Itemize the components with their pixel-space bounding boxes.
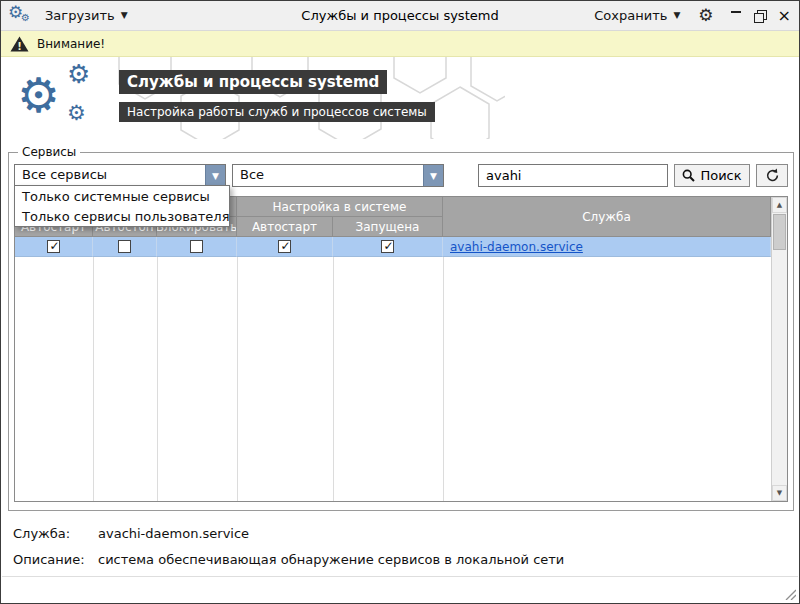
services-legend: Сервисы (18, 145, 80, 159)
app-logo-gears-icon: ⚙⚙⚙ (15, 61, 119, 137)
search-button-label: Поиск (700, 168, 741, 183)
autostart-checkbox[interactable] (47, 240, 60, 253)
window-controls: × (730, 10, 791, 22)
service-detail-value: avachi-daemon.service (98, 526, 249, 541)
autostop-checkbox[interactable] (118, 240, 131, 253)
hero-header: ⚙⚙⚙ Службы и процессы systemd Настройка … (1, 57, 799, 139)
chevron-down-icon: ▼ (673, 11, 680, 20)
table-row-cell-running (333, 237, 443, 257)
hero-title: Службы и процессы systemd (119, 70, 387, 94)
load-menu-button[interactable]: Загрузить ▼ (39, 4, 134, 27)
app-gears-icon: ⚙⚙ (9, 4, 35, 28)
services-table: Настройка в системе Служба Автостарт Авт… (14, 196, 788, 502)
settings-gear-icon[interactable]: ⚙ (698, 7, 713, 24)
table-header-service: Служба (443, 197, 771, 237)
chevron-down-icon[interactable]: ▼ (205, 165, 225, 186)
table-row-cell-autostart (15, 237, 93, 257)
dropdown-option-user-services[interactable]: Только сервисы пользователя (15, 206, 229, 226)
table-header-running: Запущена (333, 217, 443, 237)
vertical-scrollbar[interactable]: ▲ ▼ (771, 197, 787, 501)
service-scope-combobox[interactable]: Все сервисы ▼ (14, 164, 226, 187)
load-menu-label: Загрузить (45, 8, 115, 23)
table-row-cell-block (157, 237, 237, 257)
scroll-down-arrow-icon[interactable]: ▼ (772, 485, 787, 501)
refresh-icon (765, 168, 780, 183)
svg-text:!: ! (17, 40, 22, 51)
chevron-down-icon[interactable]: ▼ (423, 165, 443, 186)
minimize-button[interactable] (730, 10, 742, 22)
resize-grip[interactable] (783, 587, 796, 600)
running-checkbox[interactable] (381, 240, 394, 253)
hero-subtitle: Настройка работы служб и процессов систе… (119, 102, 435, 122)
close-button[interactable]: × (778, 10, 791, 22)
warning-text: Внимание! (37, 37, 105, 51)
refresh-button[interactable] (756, 164, 788, 187)
service-link[interactable]: avahi-daemon.service (450, 240, 583, 254)
search-input[interactable] (478, 164, 668, 187)
app-window: ⚙⚙ Загрузить ▼ Службы и процессы systemd… (0, 0, 800, 604)
warning-bar: ! Внимание! (1, 31, 799, 57)
warning-triangle-icon: ! (10, 36, 29, 52)
save-menu-label: Сохранить (594, 8, 667, 23)
column-divider (157, 257, 158, 501)
column-divider (333, 257, 334, 501)
scrollbar-thumb[interactable] (773, 214, 786, 250)
table-header-sys-autostart: Автостарт (237, 217, 333, 237)
dropdown-option-system-services[interactable]: Только системные сервисы (15, 186, 229, 206)
service-detail-label: Служба: (13, 526, 98, 541)
service-state-combobox[interactable]: Все ▼ (232, 164, 444, 187)
description-detail-value: система обеспечивающая обнаружение серви… (98, 552, 564, 567)
status-bar (2, 576, 798, 602)
search-button[interactable]: Поиск (674, 164, 750, 187)
column-divider (443, 257, 444, 501)
table-row-cell-sys-autostart (237, 237, 333, 257)
titlebar: ⚙⚙ Загрузить ▼ Службы и процессы systemd… (1, 1, 799, 31)
chevron-down-icon: ▼ (121, 11, 128, 20)
block-checkbox[interactable] (190, 240, 203, 253)
restore-button[interactable] (754, 10, 766, 22)
scroll-up-arrow-icon[interactable]: ▲ (772, 197, 787, 213)
details-panel: Служба: avachi-daemon.service Описание: … (1, 511, 799, 567)
save-menu-button[interactable]: Сохранить ▼ (588, 4, 686, 27)
service-state-value: Все (233, 165, 423, 186)
column-divider (93, 257, 94, 501)
description-detail-label: Описание: (13, 552, 98, 567)
scope-combobox-dropdown: Только системные сервисы Только сервисы … (14, 185, 230, 227)
table-row-cell-autostop (93, 237, 157, 257)
service-scope-value: Все сервисы (15, 165, 205, 186)
table-group-header-system: Настройка в системе (237, 197, 443, 217)
sys-autostart-checkbox[interactable] (278, 240, 291, 253)
search-icon (682, 169, 695, 182)
table-row-cell-service: avahi-daemon.service (443, 237, 771, 257)
column-divider (237, 257, 238, 501)
filter-row: Все сервисы ▼ Все ▼ Поиск (14, 164, 788, 187)
